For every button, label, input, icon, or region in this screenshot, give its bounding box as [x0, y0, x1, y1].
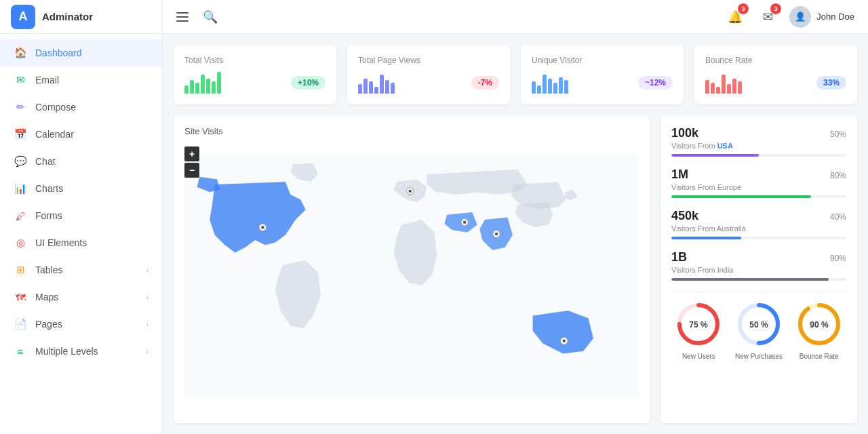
sidebar-item-multiple-levels[interactable]: ≡ Multiple Levels › [0, 338, 162, 365]
mini-bar [559, 77, 563, 94]
user-name: John Doe [816, 12, 854, 22]
visitor-label: Visitors From India [671, 266, 846, 274]
notification-badge: 3 [738, 3, 749, 14]
right-panel: 100k 50% Visitors From USA 1M 80% Visito… [660, 115, 857, 423]
nav-icon-dashboard: 🏠 [14, 46, 27, 60]
mini-bar [542, 75, 547, 94]
zoom-in-button[interactable]: + [184, 146, 199, 161]
donut-label-new-users: New Users [682, 352, 715, 361]
donut-chart-new-users: 75 % [675, 300, 722, 348]
stat-card-unique-visitor: Unique Visitor ~12% [521, 45, 684, 104]
progress-bar-bg [671, 237, 846, 239]
sidebar-item-tables[interactable]: ⊞ Tables › [0, 256, 162, 283]
topbar-right: 🔔 3 ✉ 3 👤 John Doe [724, 6, 854, 28]
nav-icon-ui-elements: ◎ [14, 236, 27, 250]
map-controls: + − [184, 146, 199, 179]
visitor-count: 1B [671, 250, 687, 264]
donut-row: 75 % New Users 50 % New Purchases 90 % B… [671, 292, 846, 361]
sidebar-item-compose[interactable]: ✏ Compose [0, 94, 162, 121]
mini-bar [716, 87, 720, 94]
hamburger-menu[interactable] [176, 12, 189, 22]
nav-label-email: Email [35, 75, 149, 85]
nav-icon-pages: 📄 [14, 317, 27, 331]
logo-icon: A [11, 5, 35, 29]
nav-label-pages: Pages [35, 319, 146, 330]
sidebar-item-maps[interactable]: 🗺 Maps › [0, 283, 162, 311]
stat-card-title: Total Page Views [358, 56, 499, 65]
chevron-icon: › [146, 293, 149, 301]
stat-card-title: Total Visits [184, 56, 326, 65]
visitor-pct: 90% [830, 254, 846, 263]
nav-icon-forms: 🖊 [14, 209, 27, 222]
svg-point-10 [563, 340, 566, 342]
stat-card-title: Bounce Rate [705, 56, 846, 65]
world-map [184, 143, 639, 408]
mini-bar [705, 80, 709, 94]
progress-bar-bg [671, 278, 846, 281]
search-button[interactable]: 🔍 [199, 6, 221, 28]
sidebar-item-email[interactable]: ✉ Email [0, 66, 162, 94]
visitor-stat-header: 1M 80% [671, 167, 846, 182]
progress-bar-fill [671, 154, 759, 157]
visitor-pct: 50% [830, 130, 846, 139]
stat-badge: -7% [471, 76, 499, 90]
mini-bar [195, 83, 199, 94]
progress-bar-fill [671, 195, 811, 198]
nav-icon-calendar: 📅 [14, 127, 27, 141]
mini-bar [380, 75, 384, 94]
mini-bars [532, 72, 568, 94]
donut-item-bounce-rate: 90 % Bounce Rate [791, 300, 846, 361]
mini-bar [738, 81, 742, 94]
user-info[interactable]: 👤 John Doe [789, 6, 854, 28]
svg-text:50 %: 50 % [749, 320, 768, 330]
visitor-stat-india: 1B 90% Visitors From India [671, 250, 846, 281]
sidebar-item-chat[interactable]: 💬 Chat [0, 148, 162, 175]
nav-label-chat: Chat [35, 156, 149, 167]
topbar-left: 🔍 [176, 6, 221, 28]
notifications-button[interactable]: 🔔 3 [724, 6, 746, 28]
stat-card-bounce-rate: Bounce Rate 33% [694, 45, 857, 104]
mini-bar [732, 79, 736, 94]
sidebar-item-calendar[interactable]: 📅 Calendar [0, 121, 162, 148]
sidebar-item-charts[interactable]: 📊 Charts [0, 175, 162, 202]
mini-bars [358, 72, 395, 94]
stat-card-total-visits: Total Visits +10% [174, 45, 336, 104]
sidebar-item-ui-elements[interactable]: ◎ UI Elements [0, 229, 162, 256]
nav-icon-compose: ✏ [14, 100, 27, 114]
svg-point-2 [261, 226, 264, 229]
svg-text:90 %: 90 % [810, 320, 829, 330]
nav-icon-email: ✉ [14, 73, 27, 87]
donut-chart-bounce-rate: 90 % [795, 300, 843, 348]
nav-label-maps: Maps [35, 292, 146, 302]
stat-card-total-page-views: Total Page Views -7% [347, 45, 510, 104]
chevron-icon: › [146, 320, 149, 328]
sidebar-item-pages[interactable]: 📄 Pages › [0, 311, 162, 338]
mini-bar [391, 83, 395, 94]
mini-bar [374, 87, 378, 94]
email-button[interactable]: ✉ 3 [757, 6, 778, 28]
nav-label-compose: Compose [35, 102, 149, 113]
visitor-label: Visitors From USA [671, 142, 846, 150]
visitor-label: Visitors From Europe [671, 183, 846, 191]
stat-card-body: +10% [184, 72, 326, 94]
progress-bar-bg [671, 154, 846, 157]
visitor-stat-header: 100k 50% [671, 126, 846, 140]
mini-bar [201, 75, 205, 94]
stat-cards: Total Visits +10% Total Page Views -7% U… [174, 45, 857, 104]
mini-bar [385, 80, 389, 94]
donut-label-bounce-rate: Bounce Rate [800, 352, 839, 361]
sidebar-nav: 🏠 Dashboard ✉ Email ✏ Compose 📅 Calendar… [0, 34, 162, 370]
stat-card-body: -7% [358, 72, 499, 94]
mini-bar [564, 80, 568, 94]
sidebar-item-dashboard[interactable]: 🏠 Dashboard [0, 39, 162, 66]
visitor-stat-usa: 100k 50% Visitors From USA [671, 126, 846, 157]
sidebar-item-forms[interactable]: 🖊 Forms [0, 202, 162, 229]
main-area: 🔍 🔔 3 ✉ 3 👤 John Doe Total Visits +10% [163, 0, 868, 434]
main-content: Total Visits +10% Total Page Views -7% U… [163, 34, 868, 434]
sidebar-header: A Adminator [0, 0, 162, 34]
mini-bar [184, 85, 189, 94]
chevron-icon: › [146, 266, 149, 274]
zoom-out-button[interactable]: − [184, 163, 199, 178]
sidebar-title: Adminator [42, 11, 93, 22]
map-panel-title: Site Visits [184, 126, 639, 136]
